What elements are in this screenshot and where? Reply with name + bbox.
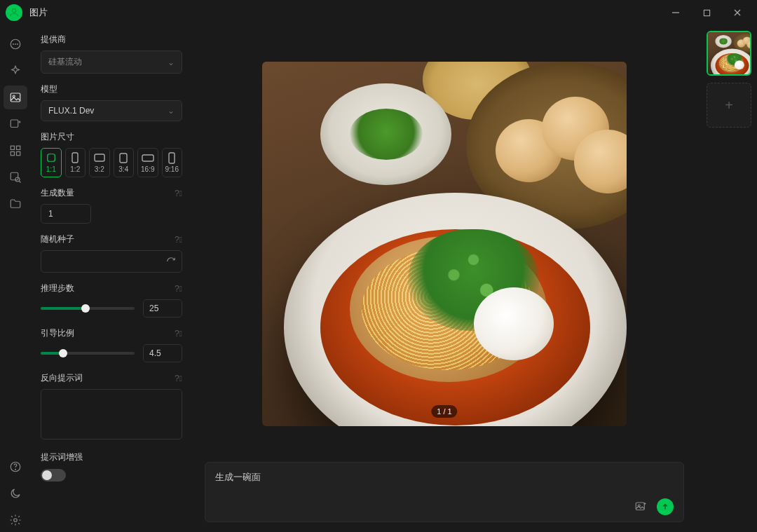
provider-label: 提供商: [41, 34, 66, 46]
enhance-toggle[interactable]: [41, 469, 66, 482]
svg-point-8: [18, 44, 18, 45]
send-button[interactable]: [657, 498, 674, 515]
steps-slider[interactable]: [41, 307, 135, 310]
rail-image[interactable]: [4, 86, 27, 109]
svg-rect-21: [48, 154, 55, 162]
close-button[interactable]: [722, 2, 753, 23]
svg-rect-23: [95, 154, 104, 161]
rail-sparkle[interactable]: [4, 59, 27, 83]
nav-rail: [0, 25, 31, 532]
rail-chat[interactable]: [4, 32, 27, 56]
avatar[interactable]: [6, 4, 22, 21]
enhance-label: 提示词增强: [41, 451, 83, 463]
seed-input[interactable]: [41, 250, 182, 273]
rail-folder[interactable]: [4, 192, 27, 216]
history-thumb-1[interactable]: [707, 31, 751, 76]
size-option-9-16[interactable]: 9:16: [162, 148, 183, 177]
steps-label: 推理步数: [41, 282, 74, 294]
main-area: 1 / 1 生成一碗面: [192, 25, 697, 532]
svg-rect-26: [169, 153, 175, 163]
svg-rect-13: [17, 146, 20, 149]
svg-point-0: [12, 9, 15, 13]
rail-image-plus[interactable]: [4, 112, 27, 136]
count-label: 生成数量: [41, 187, 74, 199]
refresh-icon[interactable]: [166, 257, 176, 266]
model-select[interactable]: FLUX.1 Dev ⌄: [41, 100, 182, 121]
guidance-slider[interactable]: [41, 352, 135, 355]
size-option-1-1[interactable]: 1:1: [41, 148, 62, 177]
attach-image-button[interactable]: [632, 498, 650, 516]
rail-search-image[interactable]: [4, 165, 27, 189]
page-title: 图片: [29, 6, 48, 19]
add-image-button[interactable]: +: [707, 83, 751, 128]
help-icon[interactable]: ?⃝: [175, 284, 182, 294]
svg-rect-24: [120, 154, 127, 163]
svg-point-19: [15, 469, 16, 470]
negative-label: 反向提示词: [41, 372, 83, 384]
history-rail: +: [697, 25, 757, 532]
svg-point-6: [13, 44, 14, 45]
help-icon[interactable]: ?⃝: [175, 374, 182, 383]
minimize-button[interactable]: [660, 2, 691, 23]
svg-rect-14: [11, 152, 14, 156]
rail-help[interactable]: [4, 455, 27, 479]
size-options: 1:1 1:2 3:2 3:4 16:9 9:16: [41, 148, 182, 177]
size-option-1-2[interactable]: 1:2: [65, 148, 86, 177]
help-icon[interactable]: ?⃝: [175, 189, 182, 198]
rail-theme[interactable]: [4, 482, 27, 505]
count-input[interactable]: 1: [41, 204, 91, 224]
chevron-down-icon: ⌄: [168, 57, 175, 67]
svg-rect-11: [11, 120, 18, 128]
size-option-3-4[interactable]: 3:4: [114, 148, 135, 177]
image-counter: 1 / 1: [431, 405, 457, 418]
prompt-input[interactable]: 生成一碗面: [215, 471, 674, 488]
size-option-3-2[interactable]: 3:2: [89, 148, 110, 177]
rail-grid[interactable]: [4, 139, 27, 163]
provider-select[interactable]: 硅基流动 ⌄: [41, 50, 182, 74]
svg-point-20: [14, 519, 18, 522]
help-icon[interactable]: ?⃝: [175, 235, 182, 245]
svg-rect-25: [142, 155, 154, 161]
rail-settings[interactable]: [4, 508, 27, 532]
svg-rect-16: [11, 172, 18, 180]
size-label: 图片尺寸: [41, 131, 74, 143]
guidance-label: 引导比例: [41, 327, 74, 339]
help-icon[interactable]: ?⃝: [175, 329, 182, 339]
model-label: 模型: [41, 83, 57, 95]
svg-rect-9: [11, 93, 20, 102]
settings-panel: 提供商 硅基流动 ⌄ 模型 FLUX.1 Dev ⌄ 图片尺寸 1:1 1:2 …: [31, 25, 192, 532]
seed-label: 随机种子: [41, 233, 74, 245]
size-option-16-9[interactable]: 16:9: [137, 148, 158, 177]
svg-rect-22: [72, 153, 78, 163]
steps-value[interactable]: 25: [143, 299, 182, 318]
titlebar: 图片: [0, 0, 757, 25]
prompt-box[interactable]: 生成一碗面: [205, 462, 684, 522]
guidance-value[interactable]: 4.5: [143, 344, 182, 362]
maximize-button[interactable]: [691, 2, 722, 23]
negative-prompt-input[interactable]: [41, 389, 182, 439]
svg-rect-15: [17, 152, 20, 156]
svg-rect-12: [11, 146, 14, 149]
generated-image[interactable]: 1 / 1: [262, 62, 627, 426]
svg-rect-2: [704, 10, 709, 15]
chevron-down-icon: ⌄: [168, 106, 175, 116]
svg-point-7: [15, 44, 16, 45]
